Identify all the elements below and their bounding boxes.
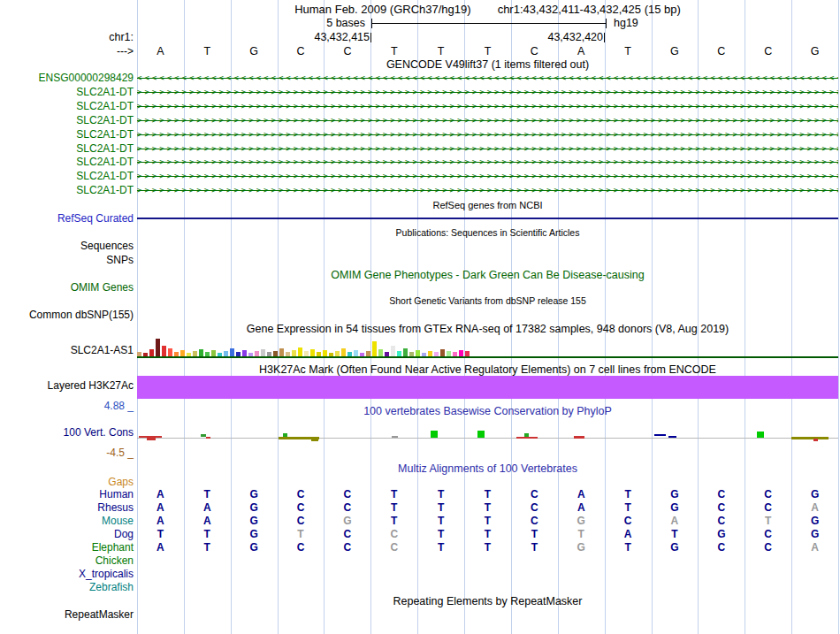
gtex-gene-label[interactable]: SLC2A1-AS1	[0, 344, 134, 356]
alignment-base: C	[370, 528, 417, 541]
gene-label[interactable]: SLC2A1-DT	[0, 114, 134, 127]
alignment-base: C	[511, 515, 558, 528]
conservation-mark	[791, 437, 829, 439]
conservation-baseline	[137, 438, 838, 439]
alignment-base: C	[745, 528, 791, 541]
alignment-base: C	[698, 541, 745, 554]
alignment-base: T	[184, 528, 231, 541]
strand-arrows: >>>>>>>>>>>>>>>>>>>>>>>>>>>>>>>>>>>>>>>>…	[137, 114, 838, 127]
gene-transcript-line[interactable]: >>>>>>>>>>>>>>>>>>>>>>>>>>>>>>>>>>>>>>>>…	[137, 86, 838, 99]
alignment-base: C	[278, 501, 325, 515]
repeatmasker-track-label[interactable]: RepeatMasker	[0, 608, 134, 621]
alignment-base: G	[652, 488, 699, 501]
gene-transcript-line[interactable]: >>>>>>>>>>>>>>>>>>>>>>>>>>>>>>>>>>>>>>>>…	[137, 184, 838, 197]
gene-label[interactable]: SLC2A1-DT	[0, 86, 134, 99]
alignment-base: T	[417, 501, 464, 515]
gtex-track-title[interactable]: Gene Expression in 54 tissues from GTEx …	[137, 323, 838, 335]
gene-row: SLC2A1-DT>>>>>>>>>>>>>>>>>>>>>>>>>>>>>>>…	[0, 128, 840, 141]
gtex-expression-bars[interactable]	[137, 338, 838, 356]
multiz-track-title[interactable]: Multiz Alignments of 100 Vertebrates	[137, 462, 838, 475]
gene-label[interactable]: ENSG00000298429	[0, 72, 134, 85]
gene-label[interactable]: SLC2A1-DT	[0, 128, 134, 141]
alignment-base: T	[605, 501, 652, 515]
refseq-track-title[interactable]: RefSeq genes from NCBI	[137, 200, 838, 210]
alignment-base: G	[652, 501, 699, 515]
assembly-short-label: hg19	[614, 17, 638, 29]
gtex-bar	[242, 350, 247, 356]
species-label[interactable]: Chicken	[0, 554, 134, 568]
alignment-base: T	[464, 515, 511, 528]
conservation-track-title[interactable]: 100 vertebrates Basewise Conservation by…	[137, 405, 838, 417]
conservation-mark	[574, 436, 584, 439]
alignment-base: A	[791, 501, 838, 515]
conservation-min-label: -4.5 _	[0, 447, 134, 459]
alignment-base: A	[184, 515, 231, 528]
gtex-bar	[378, 349, 383, 356]
gene-transcript-line[interactable]: >>>>>>>>>>>>>>>>>>>>>>>>>>>>>>>>>>>>>>>>…	[137, 100, 838, 113]
species-label[interactable]: Zebrafish	[0, 581, 134, 594]
alignment-base: G	[791, 488, 838, 501]
alignment-base: C	[370, 541, 417, 554]
alignment-base: T	[605, 541, 652, 554]
conservation-mark	[392, 436, 398, 438]
species-label[interactable]: Dog	[0, 528, 134, 541]
conservation-mark	[283, 433, 287, 437]
strand-arrows: >>>>>>>>>>>>>>>>>>>>>>>>>>>>>>>>>>>>>>>>…	[137, 128, 838, 141]
ruler-tick-label: 43,432,415	[230, 31, 370, 43]
gene-transcript-line[interactable]: <<<<<<<<<<<<<<<<<<<<<<<<<<<<<<<<<<<<<<<<…	[137, 72, 838, 85]
conservation-track-label[interactable]: 100 Vert. Cons	[0, 426, 134, 439]
gene-label[interactable]: SLC2A1-DT	[0, 156, 134, 169]
gene-transcript-line[interactable]: >>>>>>>>>>>>>>>>>>>>>>>>>>>>>>>>>>>>>>>>…	[137, 156, 838, 169]
alignment-base: C	[511, 501, 558, 515]
omim-track-title[interactable]: OMIM Gene Phenotypes - Dark Green Can Be…	[137, 269, 838, 281]
h3k27ac-signal-block[interactable]	[137, 376, 838, 399]
strand-arrows: >>>>>>>>>>>>>>>>>>>>>>>>>>>>>>>>>>>>>>>>…	[137, 170, 838, 183]
assembly-label: Human Feb. 2009 (GRCh37/hg19)	[294, 3, 470, 16]
species-label[interactable]: X_tropicalis	[0, 568, 134, 581]
alignment-row: Zebrafish	[0, 581, 840, 594]
species-label[interactable]: Human	[0, 488, 134, 501]
alignment-base: C	[698, 488, 745, 501]
refseq-curated-item[interactable]	[137, 218, 838, 219]
gene-transcript-line[interactable]: >>>>>>>>>>>>>>>>>>>>>>>>>>>>>>>>>>>>>>>>…	[137, 170, 838, 183]
gene-transcript-line[interactable]: >>>>>>>>>>>>>>>>>>>>>>>>>>>>>>>>>>>>>>>>…	[137, 142, 838, 156]
dbsnp-track-label[interactable]: Common dbSNP(155)	[0, 309, 134, 321]
gtex-bar	[416, 350, 420, 356]
dbsnp-track-title[interactable]: Short Genetic Variants from dbSNP releas…	[137, 295, 838, 306]
alignment-base: A	[652, 515, 699, 528]
header-line: Human Feb. 2009 (GRCh37/hg19) chr1:43,43…	[137, 3, 838, 16]
species-label[interactable]: Mouse	[0, 515, 134, 528]
species-label[interactable]: Elephant	[0, 541, 134, 554]
alignment-base: C	[324, 488, 370, 501]
gaps-row-label[interactable]: Gaps	[0, 476, 134, 488]
alignment-row: MouseAAGCGTTTCGCACTG	[0, 515, 840, 528]
gene-transcript-line[interactable]: >>>>>>>>>>>>>>>>>>>>>>>>>>>>>>>>>>>>>>>>…	[137, 114, 838, 127]
gencode-track-title[interactable]: GENCODE V49lift37 (1 items filtered out)	[137, 58, 838, 71]
omim-track-label[interactable]: OMIM Genes	[0, 281, 134, 294]
base-letter: G	[652, 45, 699, 57]
gene-label[interactable]: SLC2A1-DT	[0, 100, 134, 113]
h3k27ac-track-title[interactable]: H3K27Ac Mark (Often Found Near Active Re…	[137, 363, 838, 376]
gtex-bar	[372, 341, 377, 356]
repeatmasker-track-title[interactable]: Repeating Elements by RepeatMasker	[137, 595, 838, 607]
h3k27ac-track-label[interactable]: Layered H3K27Ac	[0, 379, 134, 392]
alignment-base: A	[184, 501, 231, 515]
snps-track-label[interactable]: SNPs	[0, 254, 134, 266]
gene-transcript-line[interactable]: >>>>>>>>>>>>>>>>>>>>>>>>>>>>>>>>>>>>>>>>…	[137, 128, 838, 141]
alignment-base: C	[278, 515, 325, 528]
alignment-base: T	[558, 528, 605, 541]
refseq-track-label[interactable]: RefSeq Curated	[0, 212, 134, 225]
gtex-bar	[230, 348, 234, 356]
alignment-base: G	[231, 488, 278, 501]
alignment-base: T	[464, 528, 511, 541]
gene-label[interactable]: SLC2A1-DT	[0, 170, 134, 183]
species-label[interactable]: Rhesus	[0, 501, 134, 515]
gene-label[interactable]: SLC2A1-DT	[0, 184, 134, 197]
sequences-track-label[interactable]: Sequences	[0, 240, 134, 252]
alignment-base: G	[698, 528, 745, 541]
publications-track-title[interactable]: Publications: Sequences in Scientific Ar…	[137, 227, 838, 238]
base-letter: T	[605, 45, 652, 57]
gene-label[interactable]: SLC2A1-DT	[0, 142, 134, 156]
alignment-base: T	[184, 488, 231, 501]
alignment-base: A	[558, 501, 605, 515]
